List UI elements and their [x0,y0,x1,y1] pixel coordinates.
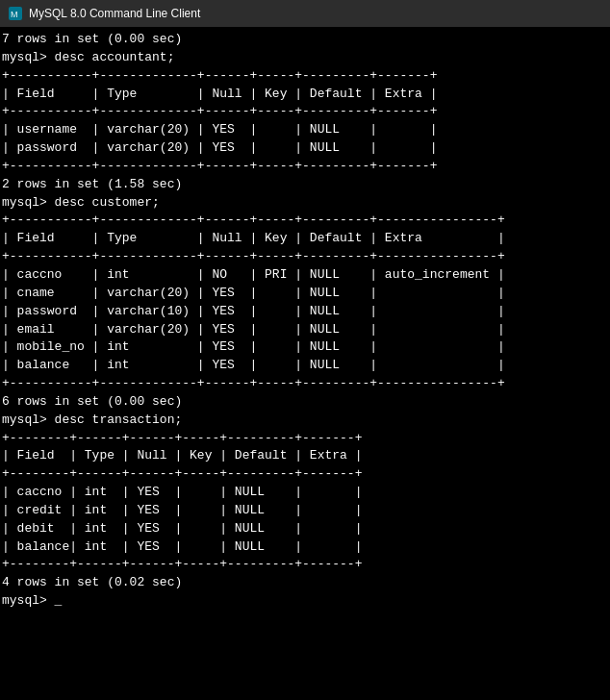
terminal-line: | cname | varchar(20) | YES | | NULL | | [2,285,608,303]
terminal-line: +-----------+-------------+------+-----+… [2,103,608,121]
terminal-line: | Field | Type | Null | Key | Default | … [2,230,608,248]
terminal-line: +--------+------+------+-----+---------+… [2,556,608,574]
terminal-line: | balance | int | YES | | NULL | | [2,357,608,375]
terminal-line: mysql> _ [2,592,608,611]
terminal: 7 rows in set (0.00 sec)mysql> desc acco… [0,27,610,700]
terminal-line: | password | varchar(10) | YES | | NULL … [2,303,608,321]
terminal-line: | password | varchar(20) | YES | | NULL … [2,139,608,158]
terminal-line: +--------+------+------+-----+---------+… [2,430,608,448]
terminal-line: | email | varchar(20) | YES | | NULL | | [2,321,608,339]
terminal-line: 2 rows in set (1.58 sec) [2,176,608,194]
terminal-line: +-----------+-------------+------+-----+… [2,67,608,86]
terminal-line: +-----------+-------------+------+-----+… [2,212,608,230]
terminal-line: mysql> desc accountant; [2,49,608,67]
terminal-line: | debit | int | YES | | NULL | | [2,520,608,538]
title-bar-text: MySQL 8.0 Command Line Client [29,7,200,20]
terminal-line: | caccno | int | YES | | NULL | | [2,484,608,502]
terminal-line: +-----------+-------------+------+-----+… [2,158,608,176]
mysql-icon: M [8,6,23,21]
terminal-line: 7 rows in set (0.00 sec) [2,31,608,49]
terminal-line: 6 rows in set (0.00 sec) [2,393,608,412]
terminal-line: | username | varchar(20) | YES | | NULL … [2,121,608,139]
svg-text:M: M [11,10,18,19]
terminal-line: | mobile_no | int | YES | | NULL | | [2,338,608,357]
terminal-line: | Field | Type | Null | Key | Default | … [2,86,608,104]
terminal-line: | credit | int | YES | | NULL | | [2,502,608,520]
terminal-line: +--------+------+------+-----+---------+… [2,465,608,484]
terminal-line: | Field | Type | Null | Key | Default | … [2,447,608,465]
title-bar: M MySQL 8.0 Command Line Client [0,0,610,27]
terminal-line: mysql> desc customer; [2,194,608,212]
terminal-line: | caccno | int | NO | PRI | NULL | auto_… [2,266,608,285]
terminal-line: mysql> desc transaction; [2,412,608,430]
terminal-line: +-----------+-------------+------+-----+… [2,248,608,266]
terminal-line: | balance| int | YES | | NULL | | [2,538,608,557]
terminal-line: +-----------+-------------+------+-----+… [2,375,608,393]
terminal-line: 4 rows in set (0.02 sec) [2,574,608,592]
